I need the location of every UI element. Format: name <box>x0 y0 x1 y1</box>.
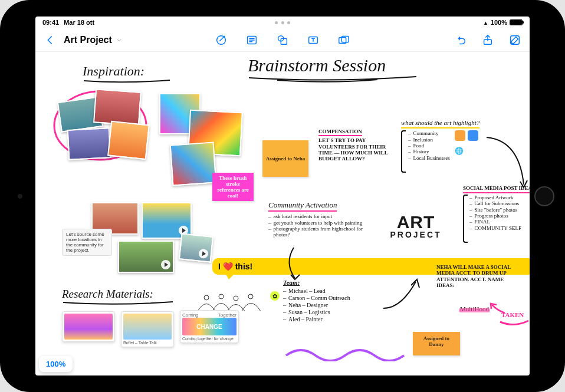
art-project-logo[interactable]: ART PROJECT <box>380 214 451 261</box>
toolbar: Art Project <box>35 28 530 52</box>
list-item: ask local residents for input <box>268 213 369 219</box>
wifi-icon <box>483 19 488 26</box>
back-button[interactable] <box>40 30 60 50</box>
status-dot-icon: ✿ <box>270 291 280 301</box>
note-locations[interactable]: Let's source some more locations in the … <box>62 229 112 256</box>
purple-scribble <box>283 344 413 361</box>
ipad-frame: 09:41 Mar 18 ott 100% Art Project <box>0 0 565 392</box>
inspiration-photo[interactable] <box>67 127 111 160</box>
list-item: Site "before" photos <box>469 207 521 213</box>
list-item: Proposed Artwork <box>469 195 521 200</box>
home-button[interactable] <box>534 186 554 206</box>
research-card[interactable] <box>62 311 115 342</box>
play-icon <box>161 260 170 269</box>
media-thumbnail[interactable] <box>179 233 213 263</box>
list-item: Food <box>408 143 450 149</box>
board-title[interactable]: Art Project <box>64 35 112 45</box>
sticky-brush-references[interactable]: These brush stroke references are cool! <box>212 173 254 201</box>
list-item: COMMUNITY SELF <box>469 225 521 231</box>
note-compensation[interactable]: COMPENSATION LET'S TRY TO PAY VOLUNTEERS… <box>318 129 395 162</box>
list-item: FINAL <box>469 219 521 225</box>
list-item: Local Businesses <box>408 155 450 161</box>
inspiration-photo[interactable] <box>107 121 150 160</box>
status-bar: 09:41 Mar 18 ott 100% <box>35 17 530 28</box>
svg-point-13 <box>204 295 209 300</box>
name-idea-rejected[interactable]: MultiHood <box>460 305 489 313</box>
board-title-dropdown-icon[interactable] <box>113 30 125 50</box>
battery-pct: 100% <box>491 19 507 26</box>
status-date: Mar 18 ott <box>64 19 94 26</box>
media-thumbnail[interactable] <box>118 241 174 273</box>
share-button[interactable] <box>478 30 498 50</box>
front-camera <box>18 194 22 199</box>
list-item: Community <box>408 130 450 136</box>
inspiration-photo[interactable] <box>93 88 142 126</box>
arrow-team-to-neha <box>380 276 422 317</box>
sticky-assigned-neha[interactable]: Assigned to Neha <box>262 140 308 177</box>
list-item: Inclusion <box>408 137 450 143</box>
draw-tool-button[interactable] <box>211 30 231 50</box>
media-tool-button[interactable] <box>334 30 354 50</box>
svg-point-15 <box>234 296 238 301</box>
arrow-taken <box>490 302 507 317</box>
note-social-ideas[interactable]: SOCIAL MEDIA POST IDEAS Proposed Artwork… <box>463 182 530 243</box>
freeform-canvas[interactable]: Brainstorm Session Inspiration: These br… <box>35 52 530 375</box>
note-neha-social[interactable]: NEHA WILL MAKE A SOCIAL MEDIA ACCT. TO D… <box>436 264 522 288</box>
list-item: History <box>408 149 450 154</box>
svg-point-14 <box>219 294 224 299</box>
heading-inspiration: Inspiration: <box>83 64 171 84</box>
multitask-dots[interactable] <box>275 21 290 24</box>
shapes-tool-button[interactable] <box>272 30 293 50</box>
inspiration-photo[interactable] <box>170 141 217 186</box>
play-icon <box>198 249 209 259</box>
zoom-level-button[interactable]: 100% <box>39 356 73 372</box>
list-item: Progress photos <box>469 213 521 219</box>
undo-button[interactable] <box>451 30 471 50</box>
svg-point-16 <box>248 294 253 299</box>
research-card[interactable]: Buffet – Table Talk <box>121 311 174 347</box>
arrow-community-to-team <box>282 246 306 282</box>
sticky-assigned-danny[interactable]: Assigned to Danny <box>413 332 460 355</box>
battery-icon <box>510 19 523 25</box>
note-community-activation[interactable]: Community Activation ask local residents… <box>268 199 369 238</box>
heading-brainstorm: Brainstorm Session <box>248 55 419 83</box>
sticky-note-tool-button[interactable] <box>242 30 262 50</box>
new-board-button[interactable] <box>505 30 525 50</box>
text-tool-button[interactable] <box>303 30 323 50</box>
heading-research: Research Materials: <box>62 288 174 305</box>
list-item: photography students from highschool for… <box>268 226 369 238</box>
status-time: 09:41 <box>42 19 59 26</box>
research-card[interactable]: ComingTogether CHANGE Coming together fo… <box>180 310 239 343</box>
screen: 09:41 Mar 18 ott 100% Art Project <box>35 17 530 375</box>
list-item: get youth volunteers to help with painti… <box>268 220 369 226</box>
list-item: Call for Submissions <box>469 200 521 206</box>
